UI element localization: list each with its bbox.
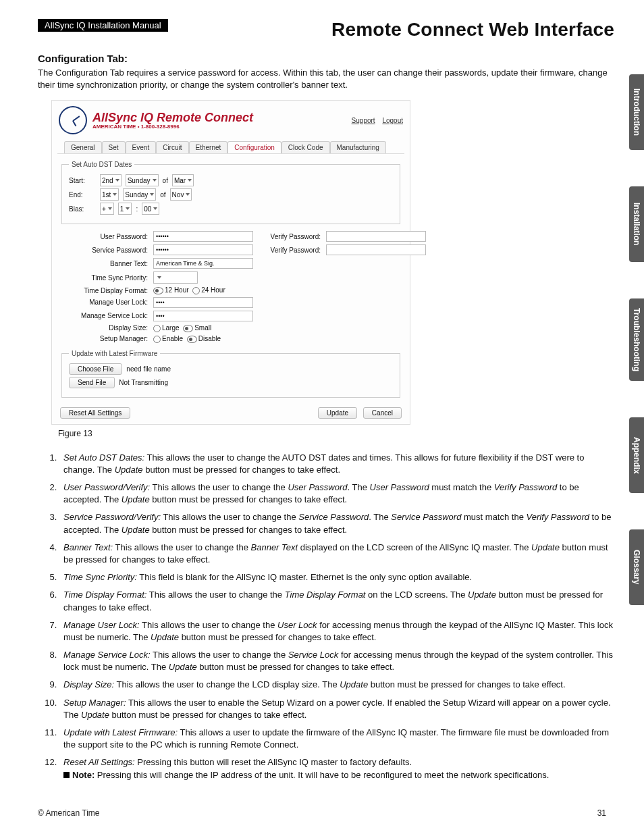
dst-end-ord[interactable]: 1st — [100, 188, 119, 201]
ds-options: Large Small — [153, 324, 248, 332]
caret-icon — [150, 193, 154, 196]
list-item: Service Password/Verify: This allows the… — [59, 511, 614, 536]
list-item: Setup Manager: This allows the user to e… — [59, 697, 614, 721]
firmware-legend: Update with Latest Firmware — [69, 350, 160, 357]
dst-start-label: Start: — [69, 177, 96, 184]
logout-link[interactable]: Logout — [382, 117, 403, 124]
list-item: Manage User Lock: This allows the user t… — [59, 619, 614, 644]
tab-event[interactable]: Event — [126, 141, 157, 153]
update-button[interactable]: Update — [318, 407, 357, 419]
dst-bias-sign[interactable]: + — [100, 203, 114, 215]
side-tab-installation[interactable]: Installation — [629, 186, 644, 262]
tab-clock-code[interactable]: Clock Code — [281, 141, 330, 153]
send-file-button[interactable]: Send File — [69, 377, 115, 388]
dst-fieldset: Set Auto DST Dates Start: 2nd Sunday of … — [61, 161, 400, 224]
choose-file-button[interactable]: Choose File — [69, 363, 122, 375]
radio-enable[interactable] — [153, 336, 161, 343]
tsp-label: Time Sync Priority: — [60, 274, 148, 282]
service-pw-label: Service Password: — [60, 246, 148, 254]
cancel-button[interactable]: Cancel — [363, 407, 402, 419]
list-item: Display Size: This allows the user to ch… — [59, 679, 614, 691]
caret-icon — [153, 207, 157, 210]
dst-of: of — [160, 191, 165, 199]
dst-legend: Set Auto DST Dates — [69, 161, 134, 168]
dst-bias-label: Bias: — [69, 205, 96, 213]
choose-file-status: need file name — [126, 365, 171, 373]
app-logo-subtext: AMERICAN TIME • 1-800-328-8996 — [92, 124, 253, 130]
verify-pw-label: Verify Password: — [253, 246, 321, 254]
list-item: Banner Text: This allows the user to cha… — [59, 542, 614, 566]
radio-12hr[interactable] — [153, 287, 163, 294]
radio-24hr[interactable] — [192, 287, 200, 294]
tab-set[interactable]: Set — [102, 141, 126, 153]
side-tab-appendix[interactable]: Appendix — [629, 417, 644, 493]
tab-ethernet[interactable]: Ethernet — [189, 141, 228, 153]
section-heading: Configuration Tab: — [38, 53, 614, 64]
sm-label: Setup Manager: — [60, 335, 148, 342]
service-pw-input[interactable]: •••••• — [153, 244, 253, 255]
list-item: Reset All Settings: Pressing this button… — [59, 756, 614, 781]
list-item: Set Auto DST Dates: This allows the user… — [59, 452, 614, 476]
list-item: Update with Latest Firmware: This allows… — [59, 727, 614, 751]
support-link[interactable]: Support — [352, 117, 375, 124]
footer-copyright: © American Time — [38, 808, 100, 818]
radio-small[interactable] — [183, 325, 193, 332]
list-item: User Password/Verify: This allows the us… — [59, 481, 614, 506]
dst-start-ord[interactable]: 2nd — [100, 174, 122, 186]
side-tab-troubleshooting[interactable]: Troubleshooting — [629, 298, 644, 381]
list-item: Manage Service Lock: This allows the use… — [59, 649, 614, 673]
dst-bias-mins[interactable]: 00 — [142, 203, 159, 215]
msl-input[interactable]: •••• — [153, 311, 253, 321]
caret-icon — [188, 179, 192, 182]
msl-label: Manage Service Lock: — [60, 312, 148, 319]
send-file-status: Not Transmitting — [119, 379, 168, 386]
verify-pw-label: Verify Password: — [253, 233, 321, 240]
tsp-select[interactable] — [153, 271, 198, 284]
caret-icon — [153, 179, 157, 182]
page-title: Remote Connect Web Interface — [331, 19, 614, 41]
verify-service-pw-input[interactable] — [326, 244, 426, 255]
tab-configuration[interactable]: Configuration — [227, 141, 281, 153]
tdf-label: Time Display Format: — [60, 287, 148, 294]
list-item: Time Display Format: This allows the use… — [59, 589, 614, 613]
reset-all-button[interactable]: Reset All Settings — [60, 407, 130, 419]
section-intro: The Configuration Tab requires a service… — [38, 67, 614, 90]
dst-end-label: End: — [69, 191, 96, 199]
dst-of: of — [163, 177, 168, 184]
radio-disable[interactable] — [187, 336, 197, 343]
dst-start-day[interactable]: Sunday — [126, 174, 159, 186]
mul-input[interactable]: •••• — [153, 297, 253, 308]
mul-label: Manage User Lock: — [60, 298, 148, 306]
clock-icon — [59, 106, 87, 134]
footer-page-number: 31 — [597, 808, 606, 818]
dst-end-day[interactable]: Sunday — [123, 188, 156, 201]
dst-bias-hours[interactable]: 1 — [118, 203, 132, 215]
screenshot-panel: AllSync IQ Remote Connect AMERICAN TIME … — [51, 100, 410, 425]
figure-caption: Figure 13 — [58, 429, 614, 438]
dst-start-month[interactable]: Mar — [172, 174, 194, 186]
manual-badge: AllSync IQ Installation Manual — [38, 19, 168, 32]
verify-user-pw-input[interactable] — [326, 231, 426, 242]
dst-bias-sep: : — [136, 205, 138, 213]
description-list: Set Auto DST Dates: This allows the user… — [38, 452, 614, 781]
ds-label: Display Size: — [60, 324, 148, 332]
app-logo-text: AllSync IQ Remote Connect — [92, 111, 253, 124]
dst-end-month[interactable]: Nov — [170, 188, 192, 201]
radio-large[interactable] — [153, 325, 161, 332]
caret-icon — [115, 179, 119, 182]
caret-icon — [157, 276, 161, 279]
sm-options: Enable Disable — [153, 335, 248, 343]
caret-icon — [186, 193, 190, 196]
firmware-fieldset: Update with Latest Firmware Choose File … — [61, 350, 400, 398]
tab-general[interactable]: General — [64, 141, 102, 153]
side-tab-glossary[interactable]: Glossary — [629, 529, 644, 605]
tabs-row: GeneralSetEventCircuitEthernetConfigurat… — [57, 141, 404, 154]
user-pw-label: User Password: — [60, 233, 148, 240]
tab-circuit[interactable]: Circuit — [156, 141, 188, 153]
tab-manufacturing[interactable]: Manufacturing — [330, 141, 386, 153]
banner-label: Banner Text: — [60, 260, 148, 267]
user-pw-input[interactable]: •••••• — [153, 231, 253, 242]
banner-input[interactable]: American Time & Sig. — [153, 258, 253, 269]
caret-icon — [113, 193, 117, 196]
side-tab-introduction[interactable]: Introduction — [629, 74, 644, 150]
